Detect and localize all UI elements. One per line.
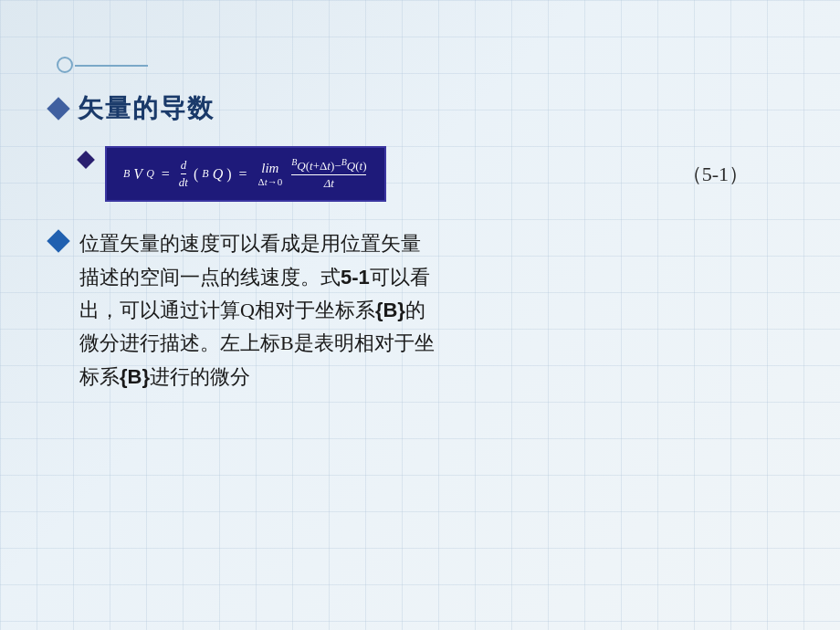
derivative-fraction: d dt [179, 158, 188, 190]
limit-frac-den: Δt [324, 175, 334, 191]
limit-frac-num: BQ(t+Δt)−BQ(t) [291, 157, 366, 175]
paren-close: ) [226, 166, 231, 183]
body-bold-B1: {B} [375, 299, 405, 321]
equals-1: = [162, 166, 170, 183]
diamond-icon-body [47, 230, 69, 253]
slide-content: 矢量的导数 BVQ = d dt (BQ [50, 91, 803, 593]
lim-label: lim [261, 161, 278, 176]
math-expression: BVQ = d dt (BQ) = lim Δt→0 [123, 157, 368, 191]
lim-subscript: Δt→0 [258, 176, 283, 187]
body-text: 位置矢量的速度可以看成是用位置矢量描述的空间一点的线速度。式5-1可以看出，可以… [79, 227, 435, 393]
section-title: 矢量的导数 [78, 91, 215, 126]
formula-content: BVQ = d dt (BQ) = lim Δt→0 [123, 157, 368, 191]
frac-denominator: dt [179, 174, 188, 190]
deco-circle [57, 57, 73, 73]
V-symbol: V [133, 166, 142, 183]
diamond-icon-formula [77, 151, 95, 169]
superscript-B: B [202, 167, 208, 181]
limit-fraction: BQ(t+Δt)−BQ(t) Δt [291, 157, 366, 191]
formula-row: BVQ = d dt (BQ) = lim Δt→0 [79, 146, 803, 202]
subscript-Q: Q [146, 167, 154, 181]
section-title-row: 矢量的导数 [50, 91, 803, 126]
body-bold-B2: {B} [120, 365, 150, 388]
body-line-4: 进行的微分 [150, 365, 250, 388]
deco-line [75, 65, 148, 67]
formula-box: BVQ = d dt (BQ) = lim Δt→0 [105, 146, 386, 202]
body-text-section: 位置矢量的速度可以看成是用位置矢量描述的空间一点的线速度。式5-1可以看出，可以… [50, 227, 803, 393]
equals-2: = [239, 166, 247, 183]
body-bold-51: 5-1 [341, 266, 370, 289]
slide-background: 矢量的导数 BVQ = d dt (BQ [0, 0, 840, 630]
equation-number-container: （5-1） [423, 161, 803, 188]
paren-open: ( [194, 166, 198, 183]
equation-number: （5-1） [682, 161, 749, 188]
frac-numerator: d [181, 158, 187, 174]
diamond-icon-title [47, 97, 69, 120]
superscript-B-left: B [123, 167, 130, 181]
Q-symbol-1: Q [213, 166, 224, 183]
limit-block: lim Δt→0 [258, 161, 283, 187]
